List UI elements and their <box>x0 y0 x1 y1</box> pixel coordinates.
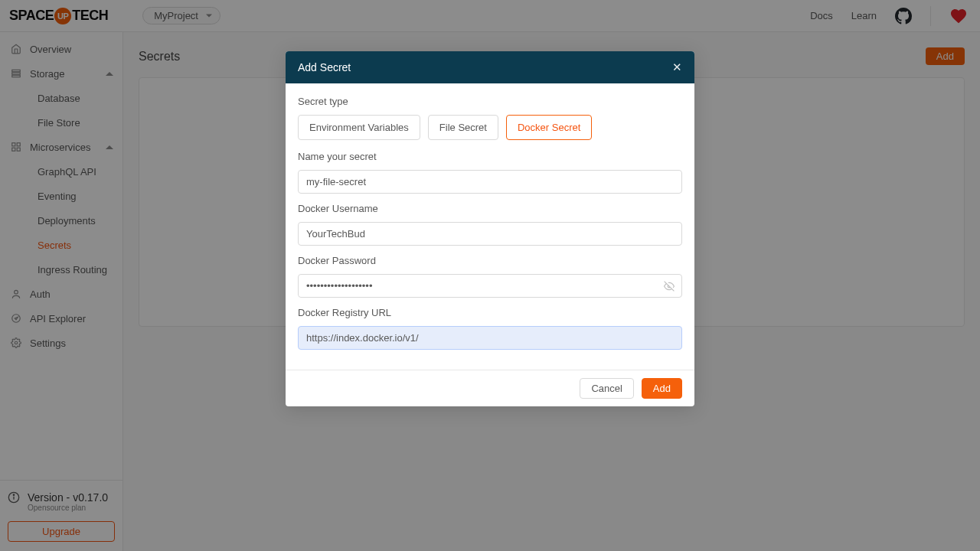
add-secret-button[interactable]: Add <box>642 378 682 399</box>
password-label: Docker Password <box>298 255 682 266</box>
cancel-button[interactable]: Cancel <box>580 378 633 399</box>
type-docker-button[interactable]: Docker Secret <box>506 115 592 140</box>
secret-type-label: Secret type <box>298 96 682 107</box>
name-label: Name your secret <box>298 151 682 162</box>
modal-header: Add Secret ✕ <box>286 51 694 83</box>
type-file-button[interactable]: File Secret <box>428 115 498 140</box>
modal-title: Add Secret <box>298 61 351 73</box>
close-icon[interactable]: ✕ <box>672 60 682 74</box>
modal-overlay[interactable]: Add Secret ✕ Secret type Environment Var… <box>0 0 980 551</box>
type-env-button[interactable]: Environment Variables <box>298 115 420 140</box>
add-secret-modal: Add Secret ✕ Secret type Environment Var… <box>286 51 694 406</box>
registry-url-label: Docker Registry URL <box>298 307 682 318</box>
docker-registry-url-input[interactable] <box>298 326 682 350</box>
secret-name-input[interactable] <box>298 170 682 194</box>
username-label: Docker Username <box>298 203 682 214</box>
eye-off-icon[interactable] <box>664 281 675 292</box>
docker-username-input[interactable] <box>298 222 682 246</box>
docker-password-input[interactable] <box>298 274 682 298</box>
